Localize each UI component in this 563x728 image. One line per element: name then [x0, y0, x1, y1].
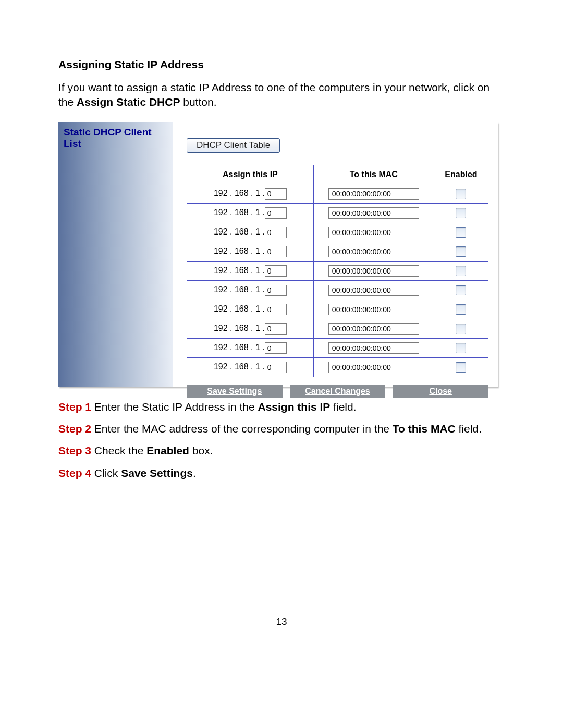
enabled-cell — [434, 261, 488, 280]
enabled-cell — [434, 357, 488, 377]
mac-cell — [313, 261, 434, 280]
ip-last-octet-input[interactable] — [265, 304, 287, 315]
ip-cell: 192 . 168 . 1 . — [187, 357, 314, 377]
ip-last-octet-input[interactable] — [265, 227, 287, 238]
ip-prefix: 192 . 168 . 1 . — [214, 362, 265, 372]
instruction-step: Step 2 Enter the MAC address of the corr… — [58, 422, 505, 436]
panel-button-bar: Save Settings Cancel Changes Close — [187, 385, 488, 398]
ip-last-octet-input[interactable] — [265, 323, 287, 335]
table-row: 192 . 168 . 1 . — [187, 184, 488, 203]
table-row: 192 . 168 . 1 . — [187, 338, 488, 357]
col-header-mac: To this MAC — [313, 165, 434, 184]
enabled-checkbox[interactable] — [456, 246, 466, 257]
table-row: 192 . 168 . 1 . — [187, 319, 488, 338]
ip-prefix: 192 . 168 . 1 . — [214, 189, 265, 198]
step-post: . — [193, 467, 196, 479]
step-pre: Enter the Static IP Address in the — [91, 401, 258, 413]
table-row: 192 . 168 . 1 . — [187, 280, 488, 300]
ip-cell: 192 . 168 . 1 . — [187, 242, 314, 261]
mac-input[interactable] — [328, 304, 419, 315]
mac-input[interactable] — [328, 323, 419, 335]
step-bold: Save Settings — [121, 467, 193, 479]
save-settings-button[interactable]: Save Settings — [187, 385, 283, 398]
ip-last-octet-input[interactable] — [265, 246, 287, 257]
mac-cell — [313, 203, 434, 223]
ip-prefix: 192 . 168 . 1 . — [214, 285, 265, 294]
dhcp-client-table-button[interactable]: DHCP Client Table — [187, 138, 280, 153]
ip-prefix: 192 . 168 . 1 . — [214, 304, 265, 314]
enabled-checkbox[interactable] — [456, 285, 466, 295]
step-bold: Enabled — [146, 445, 189, 456]
table-row: 192 . 168 . 1 . — [187, 300, 488, 319]
page-number: 13 — [58, 616, 505, 627]
step-pre: Enter the MAC address of the correspondi… — [91, 423, 393, 435]
enabled-checkbox[interactable] — [456, 189, 466, 199]
static-dhcp-table: Assign this IP To this MAC Enabled 192 .… — [187, 165, 488, 377]
step-label: Step 1 — [58, 401, 91, 413]
mac-cell — [313, 357, 434, 377]
ip-cell: 192 . 168 . 1 . — [187, 338, 314, 357]
mac-input[interactable] — [328, 246, 419, 257]
step-bold: To this MAC — [393, 423, 456, 435]
panel-content: DHCP Client Table Assign this IP To this… — [173, 122, 498, 387]
mac-input[interactable] — [328, 227, 419, 238]
ip-last-octet-input[interactable] — [265, 207, 287, 219]
mac-input[interactable] — [328, 207, 419, 219]
ip-prefix: 192 . 168 . 1 . — [214, 246, 265, 256]
enabled-checkbox[interactable] — [456, 227, 466, 238]
step-label: Step 3 — [58, 445, 91, 456]
cancel-changes-button[interactable]: Cancel Changes — [290, 385, 386, 398]
ip-last-octet-input[interactable] — [265, 188, 287, 200]
ip-last-octet-input[interactable] — [265, 265, 287, 277]
enabled-checkbox[interactable] — [456, 208, 466, 218]
mac-input[interactable] — [328, 265, 419, 277]
enabled-checkbox[interactable] — [456, 343, 466, 353]
ip-prefix: 192 . 168 . 1 . — [214, 343, 265, 352]
intro-paragraph: If you want to assign a static IP Addres… — [58, 80, 505, 110]
enabled-cell — [434, 184, 488, 203]
enabled-checkbox[interactable] — [456, 362, 466, 373]
ip-cell: 192 . 168 . 1 . — [187, 280, 314, 300]
table-row: 192 . 168 . 1 . — [187, 223, 488, 242]
table-header-row: Assign this IP To this MAC Enabled — [187, 165, 488, 184]
mac-input[interactable] — [328, 362, 419, 373]
ip-last-octet-input[interactable] — [265, 342, 287, 354]
mac-cell — [313, 242, 434, 261]
enabled-cell — [434, 300, 488, 319]
col-header-ip: Assign this IP — [187, 165, 314, 184]
instruction-step: Step 3 Check the Enabled box. — [58, 443, 505, 458]
mac-cell — [313, 300, 434, 319]
step-post: field. — [456, 423, 482, 435]
mac-cell — [313, 184, 434, 203]
ip-prefix: 192 . 168 . 1 . — [214, 266, 265, 275]
enabled-checkbox[interactable] — [456, 266, 466, 276]
table-row: 192 . 168 . 1 . — [187, 357, 488, 377]
ip-cell: 192 . 168 . 1 . — [187, 184, 314, 203]
ip-cell: 192 . 168 . 1 . — [187, 261, 314, 280]
mac-input[interactable] — [328, 285, 419, 296]
ip-prefix: 192 . 168 . 1 . — [214, 324, 265, 333]
close-button[interactable]: Close — [393, 385, 488, 398]
step-post: field. — [330, 401, 356, 413]
step-bold: Assign this IP — [258, 401, 331, 413]
mac-input[interactable] — [328, 342, 419, 354]
mac-input[interactable] — [328, 188, 419, 200]
step-pre: Check the — [91, 445, 146, 456]
ip-last-octet-input[interactable] — [265, 362, 287, 373]
step-label: Step 2 — [58, 423, 91, 435]
ip-cell: 192 . 168 . 1 . — [187, 300, 314, 319]
enabled-checkbox[interactable] — [456, 304, 466, 315]
step-post: box. — [189, 445, 213, 456]
instruction-step: Step 4 Click Save Settings. — [58, 466, 505, 480]
panel-title: Static DHCP Client List — [64, 127, 152, 149]
instruction-step: Step 1 Enter the Static IP Address in th… — [58, 400, 505, 414]
section-heading: Assigning Static IP Address — [58, 58, 505, 71]
ip-cell: 192 . 168 . 1 . — [187, 223, 314, 242]
ip-prefix: 192 . 168 . 1 . — [214, 227, 265, 237]
enabled-cell — [434, 242, 488, 261]
intro-post: button. — [180, 96, 216, 108]
step-label: Step 4 — [58, 467, 91, 479]
mac-cell — [313, 280, 434, 300]
ip-last-octet-input[interactable] — [265, 285, 287, 296]
enabled-checkbox[interactable] — [456, 324, 466, 334]
